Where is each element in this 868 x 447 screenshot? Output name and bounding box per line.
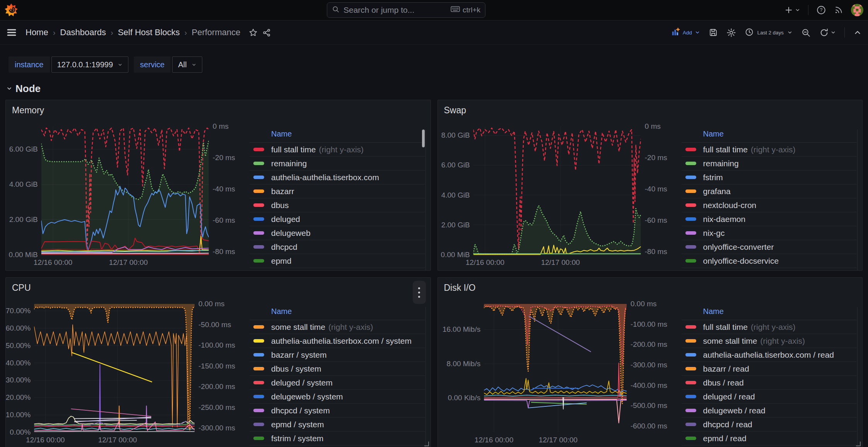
legend-row[interactable]: authelia-authelia.tiserbox.com / system (249, 334, 425, 348)
timeseries-chart[interactable]: 0.00 MiB2.00 GiB4.00 GiB6.00 GiB0 ms-20 … (6, 121, 238, 268)
breadcrumb-home[interactable]: Home (26, 27, 48, 38)
refresh-button[interactable] (819, 28, 836, 38)
legend-row[interactable]: fstrim (249, 268, 425, 271)
zoom-out-time-icon[interactable] (801, 28, 811, 38)
legend-row[interactable]: deluged / read (682, 390, 857, 404)
legend-row[interactable]: delugeweb (249, 226, 425, 240)
legend-row[interactable]: dbus / read (682, 376, 857, 390)
legend-row[interactable]: some stall time(right y-axis) (682, 334, 857, 348)
series-name: dbus / system (271, 364, 321, 374)
legend-row[interactable]: nix-daemon (682, 212, 857, 226)
legend-row[interactable]: onlyoffice-docservice (682, 254, 857, 268)
panel-resize-handle[interactable] (856, 442, 861, 446)
legend-name-header[interactable]: Name (249, 307, 425, 320)
panel-header[interactable]: Swap (438, 100, 863, 120)
share-icon[interactable] (262, 28, 271, 37)
save-dashboard-icon[interactable] (709, 28, 718, 37)
legend-row[interactable]: authelia-authelia.tiserbox.com (249, 171, 425, 184)
series-color-swatch (685, 409, 696, 412)
help-button[interactable]: ? (816, 5, 826, 15)
legend-row[interactable]: deluged (249, 212, 425, 226)
series-color-swatch (253, 203, 264, 207)
legend-row[interactable]: postgresql (682, 268, 857, 271)
new-button[interactable] (784, 5, 800, 15)
svg-text:-50.00 ms: -50.00 ms (198, 321, 231, 329)
legend-row[interactable]: delugeweb / read (682, 404, 857, 418)
series-color-swatch (685, 176, 696, 179)
section-title: Node (15, 83, 41, 95)
legend-row[interactable]: onlyoffice-converter (682, 240, 857, 254)
legend-row[interactable]: remaining (682, 157, 857, 171)
legend-name-header[interactable]: Name (682, 307, 857, 320)
svg-text:-600.00 ms: -600.00 ms (630, 422, 667, 430)
svg-text:12/17 00:00: 12/17 00:00 (541, 258, 579, 266)
legend-row[interactable]: dbus (249, 198, 425, 212)
menu-toggle-icon[interactable] (6, 27, 17, 38)
series-name: full stall time (703, 322, 748, 332)
legend-row[interactable]: bazarr (249, 184, 425, 198)
legend-row[interactable]: grafana / system (249, 445, 425, 447)
panel-header[interactable]: CPU (6, 278, 431, 298)
add-button[interactable]: Add (671, 27, 700, 38)
breadcrumb-dashboards[interactable]: Dashboards (60, 27, 106, 38)
series-name: full stall time (271, 145, 316, 154)
legend-vertical-scrollbar[interactable] (422, 130, 425, 147)
legend-name-header[interactable]: Name (682, 130, 857, 143)
legend-row[interactable]: fstrim (682, 171, 857, 184)
series-color-swatch (253, 217, 264, 221)
legend-row[interactable]: nix-gc (682, 226, 857, 240)
series-name: epmd / system (271, 420, 324, 429)
legend-row[interactable]: full stall time(right y-axis) (682, 143, 857, 157)
search-icon (332, 5, 340, 15)
user-avatar[interactable] (851, 4, 863, 16)
search-input[interactable]: Search or jump to... ctrl+k (327, 2, 485, 18)
grafana-logo-icon[interactable] (5, 3, 18, 17)
panel-resize-handle[interactable] (424, 442, 429, 446)
breadcrumb-folder[interactable]: Self Host Blocks (118, 27, 180, 38)
legend-row[interactable]: dhcpcd / read (682, 418, 857, 432)
legend-row[interactable]: full stall time(right y-axis) (682, 320, 857, 334)
service-variable-label: service (134, 56, 171, 73)
legend-row[interactable]: some stall time(right y-axis) (249, 320, 425, 334)
legend-row[interactable]: grafana (682, 184, 857, 198)
legend-row[interactable]: full stall time(right y-axis) (249, 143, 425, 157)
panel-title: CPU (12, 283, 31, 293)
legend-row[interactable]: dhcpcd (249, 240, 425, 254)
timeseries-chart[interactable]: 0.00%10.00%20.00%30.00%40.00%50.00%60.00… (6, 299, 238, 445)
row-node-toggle[interactable]: Node (0, 80, 868, 97)
legend-row[interactable]: deluged / system (249, 376, 425, 390)
legend-row[interactable]: epmd / read (682, 432, 857, 445)
legend-row[interactable]: nextcloud-cron (682, 198, 857, 212)
series-color-swatch (253, 189, 264, 193)
svg-text:-60 ms: -60 ms (213, 216, 235, 224)
legend-row[interactable]: dhcpcd / system (249, 404, 425, 418)
legend-name-header[interactable]: Name (249, 130, 425, 143)
timeseries-chart[interactable]: 0.00 MiB2.00 GiB4.00 GiB6.00 GiB8.00 GiB… (438, 121, 670, 268)
legend-row[interactable]: remaining (249, 157, 425, 171)
svg-text:6.00 GiB: 6.00 GiB (441, 161, 470, 169)
legend-row[interactable]: bazarr / read (682, 362, 857, 376)
timeseries-chart[interactable]: 0.00 Kib/s8.00 Mib/s16.00 Mib/s0.00 ms-1… (438, 299, 670, 445)
legend-row[interactable]: bazarr / system (249, 348, 425, 362)
favorite-star-icon[interactable] (249, 28, 258, 37)
instance-variable-dropdown[interactable]: 127.0.0.1:19999 (51, 56, 129, 73)
svg-text:2.00 GiB: 2.00 GiB (9, 215, 38, 224)
collapse-toolbar-chevron-up-icon[interactable] (853, 28, 862, 37)
legend-row[interactable]: epmd (249, 254, 425, 268)
dashboard-settings-gear-icon[interactable] (726, 28, 736, 38)
series-color-swatch (685, 189, 696, 193)
panel-header[interactable]: Memory (6, 100, 431, 120)
legend-row[interactable]: delugeweb / system (249, 390, 425, 404)
series-axis-note: (right y-axis) (751, 145, 796, 154)
legend-row[interactable]: dbus / system (249, 362, 425, 376)
legend-row[interactable]: fstrim / read (682, 445, 857, 447)
panel-menu-kebab-icon[interactable] (413, 281, 426, 304)
legend-row[interactable]: fstrim / system (249, 432, 425, 445)
service-variable-dropdown[interactable]: All (172, 56, 202, 73)
svg-text:12/16 00:00: 12/16 00:00 (34, 258, 72, 266)
panel-header[interactable]: Disk I/O (438, 278, 863, 298)
legend-row[interactable]: authelia-authelia.tiserbox.com / read (682, 348, 857, 362)
time-range-picker[interactable]: Last 2 days (745, 27, 793, 38)
news-rss-button[interactable] (834, 5, 843, 15)
legend-row[interactable]: epmd / system (249, 418, 425, 432)
